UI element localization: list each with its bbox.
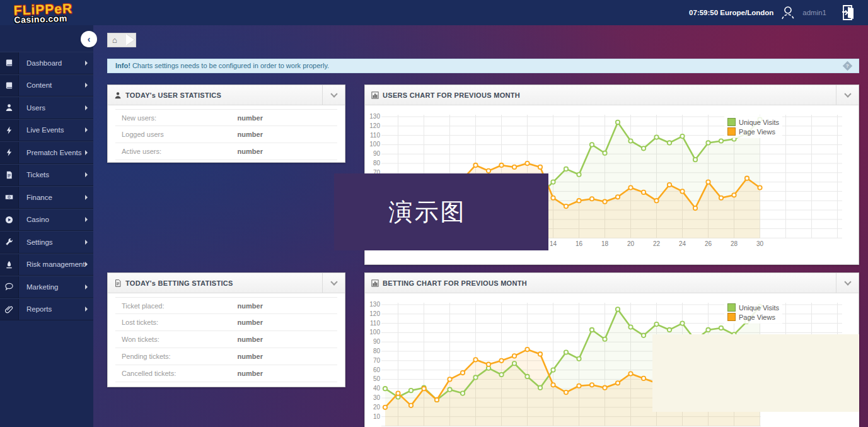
sidebar-nav: Dashboard Content Users Live Events xyxy=(0,25,93,427)
bar-chart-icon xyxy=(371,91,379,99)
stat-label: Lost tickets: xyxy=(115,319,158,326)
svg-text:100: 100 xyxy=(369,329,380,336)
stat-label: Pending tickets: xyxy=(115,353,171,360)
submenu-arrow-icon xyxy=(85,127,88,132)
info-alert: Info! Charts settings needs to be config… xyxy=(107,59,859,73)
sidebar-item-casino[interactable]: Casino xyxy=(0,209,93,231)
sidebar-item-label: Users xyxy=(19,97,93,119)
stat-row: Logged users number xyxy=(115,126,337,143)
sidebar-item-live-events[interactable]: Live Events xyxy=(0,119,93,142)
play-circle-icon xyxy=(0,209,19,231)
stat-value: number xyxy=(238,148,263,155)
bar-chart-icon xyxy=(371,279,379,287)
sidebar-item-finance[interactable]: Finance xyxy=(0,186,93,209)
stat-label: Ticket placed: xyxy=(115,302,164,310)
user-icon xyxy=(114,91,122,99)
book-icon xyxy=(0,75,19,97)
stat-row: Cancelled tickets: number xyxy=(115,365,337,382)
submenu-arrow-icon xyxy=(85,105,88,110)
panel-collapse-button[interactable] xyxy=(322,85,345,105)
sidebar-item-label: Prematch Events xyxy=(19,142,93,163)
user-stats-body: New users: number Logged users number Ac… xyxy=(108,105,345,160)
submenu-arrow-icon xyxy=(85,172,88,177)
alert-message: Charts settings needs to be configured i… xyxy=(130,62,329,69)
sidebar-item-prematch-events[interactable]: Prematch Events xyxy=(0,141,93,164)
banknote-icon xyxy=(0,187,19,208)
page-views-swatch xyxy=(727,313,736,321)
svg-text:130: 130 xyxy=(369,113,380,120)
chevron-down-icon xyxy=(330,90,337,97)
comment-icon xyxy=(0,276,19,298)
today-betting-statistics-panel: TODAY's BETTING STATISTICS Ticket placed… xyxy=(107,272,345,387)
sidebar-item-label: Live Events xyxy=(19,120,93,141)
panel-collapse-button[interactable] xyxy=(836,85,859,105)
stat-value: number xyxy=(238,353,263,360)
user-avatar-icon[interactable] xyxy=(780,4,796,21)
svg-text:22: 22 xyxy=(653,240,661,247)
sidebar-item-tickets[interactable]: Tickets xyxy=(0,164,93,187)
panel-header: TODAY's USER STATISTICS xyxy=(108,85,345,105)
stat-value: number xyxy=(238,319,263,326)
sidebar-item-label: Finance xyxy=(19,187,93,208)
stat-row: Won tickets: number xyxy=(115,331,337,348)
sidebar-item-label: Settings xyxy=(19,231,93,253)
sidebar-item-label: Reports xyxy=(19,299,93,320)
breadcrumb-home-button[interactable]: ⌂ xyxy=(107,33,136,47)
bolt-icon xyxy=(0,142,19,163)
logout-door-icon[interactable] xyxy=(842,4,855,21)
panel-collapse-button[interactable] xyxy=(836,273,859,293)
svg-text:26: 26 xyxy=(705,240,712,247)
svg-text:24: 24 xyxy=(679,240,686,247)
breadcrumb-arrow-icon xyxy=(126,34,134,45)
submenu-arrow-icon xyxy=(85,240,88,245)
svg-text:110: 110 xyxy=(370,132,380,139)
sidebar-item-reports[interactable]: Reports xyxy=(0,298,93,321)
topbar-right: 07:59:50 Europe/London admin1 xyxy=(689,4,868,21)
svg-text:80: 80 xyxy=(373,348,381,354)
stat-label: Active users: xyxy=(115,148,161,155)
legend-item: Page Views xyxy=(727,127,779,136)
stat-label: Won tickets: xyxy=(115,336,159,343)
chevron-down-icon xyxy=(844,278,851,285)
stat-value: number xyxy=(238,302,263,310)
sidebar-item-users[interactable]: Users xyxy=(0,97,93,119)
logged-in-username[interactable]: admin1 xyxy=(802,9,826,16)
svg-text:28: 28 xyxy=(731,240,738,247)
pen-icon xyxy=(0,254,19,276)
svg-text:30: 30 xyxy=(756,240,764,247)
demo-watermark-overlay: 演示图 xyxy=(334,173,548,250)
svg-text:120: 120 xyxy=(369,122,380,129)
wrench-icon xyxy=(0,231,19,253)
sidebar-item-marketing[interactable]: Marketing xyxy=(0,276,93,298)
sidebar-collapse-button[interactable]: ‹ xyxy=(81,31,97,47)
casino-logo[interactable]: FLiPPeR Casino.com xyxy=(13,1,72,24)
panel-collapse-button[interactable] xyxy=(322,273,345,293)
svg-text:20: 20 xyxy=(373,404,381,411)
submenu-arrow-icon xyxy=(85,284,88,290)
help-diamond-icon[interactable]: ? xyxy=(843,61,853,71)
sidebar-item-content[interactable]: Content xyxy=(0,74,93,97)
panel-title: TODAY's BETTING STATISTICS xyxy=(125,279,233,287)
document-icon xyxy=(114,279,122,287)
svg-text:70: 70 xyxy=(373,357,381,364)
sidebar-item-dashboard[interactable]: Dashboard xyxy=(0,52,93,74)
today-user-statistics-panel: TODAY's USER STATISTICS New users: numbe… xyxy=(107,85,345,163)
stat-label: Logged users xyxy=(115,131,164,138)
svg-text:120: 120 xyxy=(369,310,380,317)
submenu-arrow-icon xyxy=(85,150,88,155)
cream-redaction-overlay xyxy=(652,334,859,412)
stat-row: Ticket placed: number xyxy=(115,297,337,314)
submenu-arrow-icon xyxy=(85,61,88,66)
svg-text:100: 100 xyxy=(369,141,380,148)
stat-value: number xyxy=(238,114,263,122)
svg-text:90: 90 xyxy=(373,338,381,345)
submenu-arrow-icon xyxy=(85,217,88,222)
sidebar-item-settings[interactable]: Settings xyxy=(0,231,93,254)
sidebar-item-risk-management[interactable]: Risk management xyxy=(0,254,93,276)
panel-title: TODAY's USER STATISTICS xyxy=(125,91,221,99)
home-icon: ⌂ xyxy=(112,36,117,44)
sidebar-menu: Dashboard Content Users Live Events xyxy=(0,52,93,320)
clock-timezone: 07:59:50 Europe/London xyxy=(689,9,773,16)
svg-text:10: 10 xyxy=(373,413,381,420)
legend-label: Page Views xyxy=(739,128,775,136)
